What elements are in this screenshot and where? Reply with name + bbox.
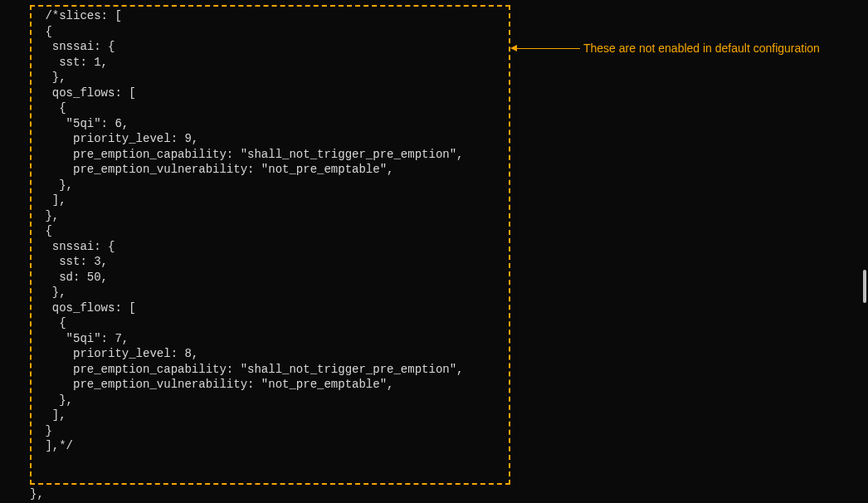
scrollbar-thumb[interactable] — [863, 270, 866, 303]
code-block: /*slices: [ { snssai: { sst: 1, }, qos_f… — [38, 8, 509, 454]
annotation-text: These are not enabled in default configu… — [583, 42, 820, 55]
annotation-arrow-head — [510, 45, 517, 51]
annotation-arrow-line — [514, 48, 580, 49]
code-highlight-box: /*slices: [ { snssai: { sst: 1, }, qos_f… — [30, 5, 510, 485]
trailing-code: }, — [30, 486, 44, 502]
page-container: /*slices: [ { snssai: { sst: 1, }, qos_f… — [0, 0, 868, 503]
